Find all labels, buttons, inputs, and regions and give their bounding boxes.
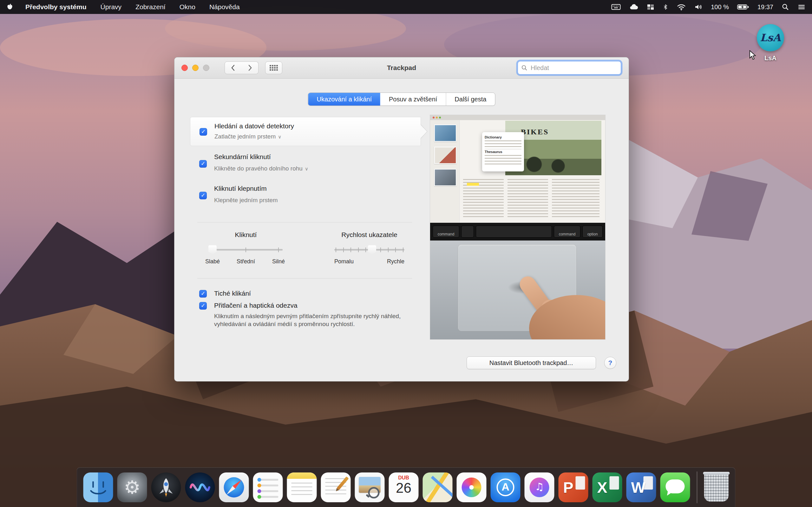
document-icon <box>610 476 619 490</box>
photos-flower-icon <box>462 477 481 497</box>
setting-row-lookup: ✓ Hledání a datové detektory Zatlačte je… <box>190 117 421 146</box>
dock-siri[interactable] <box>185 472 215 502</box>
secondary-click-checkbox[interactable]: ✓ <box>199 160 207 168</box>
key <box>461 226 474 238</box>
tick <box>246 247 246 252</box>
battery-icon[interactable] <box>737 3 749 10</box>
show-all-button[interactable] <box>265 61 282 74</box>
tick <box>358 247 359 252</box>
demo-trackpad-deck <box>430 240 605 339</box>
lookup-checkbox[interactable]: ✓ <box>200 128 207 135</box>
clock[interactable]: 19:37 <box>757 3 773 11</box>
dock-powerpoint[interactable]: P <box>559 472 589 502</box>
silent-click-checkbox[interactable]: ✓ <box>199 290 207 297</box>
tap-to-click-checkbox[interactable]: ✓ <box>199 192 207 199</box>
tick <box>351 247 351 252</box>
dock-app-store[interactable]: A <box>491 472 520 502</box>
bluetooth-icon[interactable] <box>663 3 668 11</box>
zoom-button[interactable] <box>203 65 209 71</box>
click-slider-title: Kliknutí <box>209 231 283 239</box>
tick <box>388 247 389 252</box>
window-grid-icon[interactable] <box>647 3 654 10</box>
click-slider-thumb[interactable] <box>208 245 217 255</box>
dock-word[interactable]: W <box>626 472 656 502</box>
tracking-label-fast: Rychle <box>387 258 404 265</box>
desktop-shortcut-lsa[interactable]: LsA LsA <box>756 24 785 62</box>
dock-trash[interactable] <box>704 473 729 502</box>
tick <box>343 247 344 252</box>
menu-app-name[interactable]: Předvolby systému <box>26 3 87 11</box>
demo-browser-chrome <box>430 115 605 120</box>
powerpoint-letter: P <box>563 479 573 496</box>
menu-view[interactable]: Zobrazení <box>136 3 165 11</box>
back-button[interactable] <box>224 61 242 74</box>
divider <box>197 278 412 279</box>
menu-help[interactable]: Nápověda <box>209 3 240 11</box>
tap-to-click-title: Kliknutí klepnutím <box>214 185 267 192</box>
dock-launchpad[interactable] <box>151 472 181 502</box>
tick <box>278 247 279 252</box>
notification-center-icon[interactable] <box>798 3 806 10</box>
mouse-cursor <box>749 50 757 61</box>
dock-textedit[interactable] <box>321 472 351 502</box>
chevron-down-icon: ∨ <box>278 134 281 139</box>
wifi-icon[interactable] <box>676 3 686 10</box>
dock-maps[interactable] <box>423 472 453 502</box>
menu-window[interactable]: Okno <box>180 3 195 11</box>
setup-bluetooth-trackpad-button[interactable]: Nastavit Bluetooth trackpad… <box>467 356 596 369</box>
apple-menu[interactable] <box>6 3 14 11</box>
tracking-label-slow: Pomalu <box>334 258 354 265</box>
gear-icon: ⚙ <box>117 472 147 502</box>
tab-scroll-and-zoom[interactable]: Posuv a zvětšení <box>380 93 446 106</box>
menu-edit[interactable]: Úpravy <box>101 3 122 11</box>
loupe-icon <box>368 487 380 498</box>
dock-notes[interactable] <box>287 472 317 502</box>
spotlight-icon[interactable] <box>781 3 789 11</box>
forward-button[interactable] <box>241 61 258 74</box>
force-click-title: Přitlačení a haptická odezva <box>214 302 298 309</box>
lsa-logo[interactable]: LsA <box>757 24 784 51</box>
help-button[interactable]: ? <box>604 357 616 369</box>
close-button[interactable] <box>182 65 188 71</box>
tracking-slider-thumb[interactable] <box>368 245 376 255</box>
dock-reminders[interactable] <box>253 472 283 502</box>
dock-photos[interactable] <box>457 472 487 502</box>
tick <box>336 247 336 252</box>
demo-thumbnail-photo <box>434 169 456 186</box>
minimize-button[interactable] <box>192 65 199 71</box>
demo-thumbnail-blue-bike <box>434 124 456 142</box>
dock-system-preferences[interactable]: ⚙ <box>117 472 147 502</box>
demo-laptop-screen: BIKES Dictionary Thesaurus <box>430 115 605 223</box>
excel-letter: X <box>597 479 607 496</box>
search-input[interactable] <box>530 64 618 72</box>
dock-preview[interactable] <box>355 472 385 502</box>
lookup-title: Hledání a datové detektory <box>214 122 294 130</box>
trash-rim <box>703 472 730 475</box>
cloud-icon[interactable] <box>629 3 639 10</box>
tab-point-and-click[interactable]: Ukazování a klikání <box>308 93 380 106</box>
siri-wave-icon <box>185 472 215 502</box>
search-field[interactable] <box>518 61 621 74</box>
menu-bar: Předvolby systému Úpravy Zobrazení Okno … <box>0 0 812 14</box>
dock-finder[interactable] <box>84 472 113 502</box>
tab-more-gestures[interactable]: Další gesta <box>446 93 495 106</box>
dock: ⚙ <box>77 467 735 507</box>
click-label-firm: Silné <box>272 258 285 265</box>
demo-highlight <box>467 183 479 186</box>
dock-excel[interactable]: X <box>593 472 622 502</box>
lookup-subtitle-dropdown[interactable]: Zatlačte jedním prstem∨ <box>214 133 281 140</box>
volume-icon[interactable] <box>694 3 703 10</box>
force-click-checkbox[interactable]: ✓ <box>199 302 207 309</box>
demo-text-column <box>507 179 548 219</box>
document-icon <box>576 476 585 490</box>
dock-messages[interactable] <box>660 472 690 502</box>
shortcut-label: LsA <box>756 55 785 62</box>
chevron-down-icon: ∨ <box>305 166 308 171</box>
battery-percent: 100 % <box>711 3 729 11</box>
input-source-icon[interactable] <box>611 3 621 10</box>
demo-thumbnail-red-bike <box>434 147 456 164</box>
secondary-click-subtitle-dropdown[interactable]: Klikněte do pravého dolního rohu∨ <box>214 165 308 172</box>
dock-safari[interactable] <box>219 472 249 502</box>
dock-itunes[interactable]: ♫ <box>525 472 554 502</box>
dock-calendar[interactable]: DUB 26 <box>389 472 419 502</box>
